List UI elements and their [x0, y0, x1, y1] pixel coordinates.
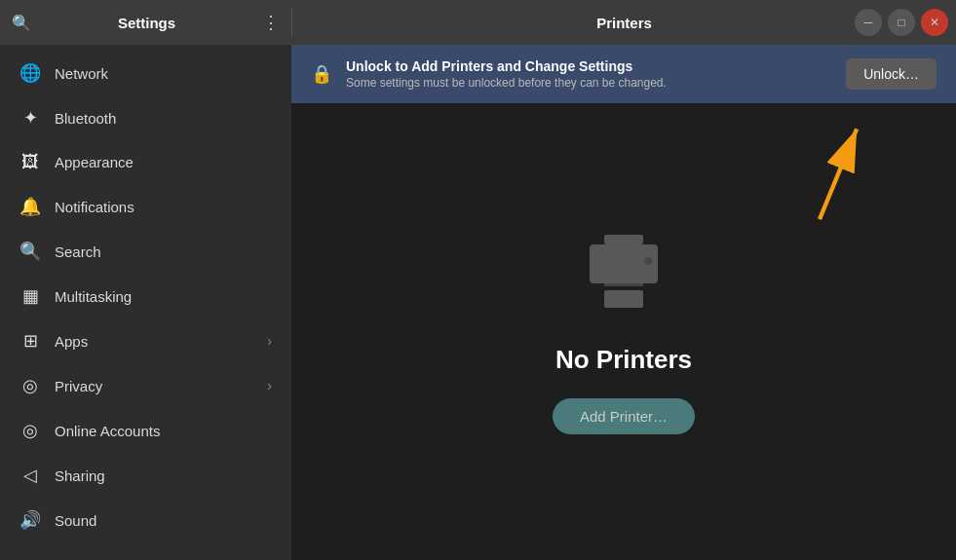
lock-icon: 🔒 [311, 63, 332, 85]
sidebar-label-privacy: Privacy [55, 378, 253, 394]
svg-rect-2 [604, 235, 643, 244]
unlock-banner: 🔒 Unlock to Add Printers and Change Sett… [291, 45, 956, 103]
sidebar-item-online-accounts[interactable]: ◎Online Accounts [0, 408, 291, 453]
apps-icon: ⊞ [19, 330, 41, 352]
sidebar-label-notifications: Notifications [55, 199, 272, 215]
sidebar-label-network: Network [55, 65, 272, 82]
sidebar-label-bluetooth: Bluetooth [55, 110, 272, 127]
sidebar-item-network[interactable]: 🌐Network [0, 51, 291, 95]
sidebar-item-appearance[interactable]: 🖼Appearance [0, 140, 291, 184]
multitasking-icon: ▦ [19, 285, 41, 307]
svg-line-1 [820, 129, 857, 219]
add-printer-button[interactable]: Add Printer… [553, 398, 695, 434]
sidebar-label-online-accounts: Online Accounts [55, 423, 272, 439]
bluetooth-icon: ✦ [19, 107, 41, 129]
sidebar-arrow-privacy: › [267, 378, 272, 393]
privacy-icon: ◎ [19, 375, 41, 396]
close-button[interactable]: ✕ [921, 9, 948, 36]
banner-title: Unlock to Add Printers and Change Settin… [346, 58, 832, 74]
sidebar-label-multitasking: Multitasking [55, 288, 272, 305]
sharing-icon: ◁ [19, 465, 41, 486]
sidebar-item-sound[interactable]: 🔊Sound [0, 498, 291, 542]
svg-point-6 [644, 257, 652, 265]
sidebar-label-apps: Apps [55, 333, 253, 350]
banner-subtitle: Some settings must be unlocked before th… [346, 76, 832, 90]
sidebar-item-apps[interactable]: ⊞Apps› [0, 318, 291, 363]
network-icon: 🌐 [19, 62, 41, 84]
sidebar-label-search: Search [55, 243, 272, 260]
titlebar: 🔍 Settings ⋮ Printers ─ □ ✕ [0, 0, 956, 45]
no-printers-title: No Printers [555, 345, 692, 375]
printers-window-title: Printers [596, 15, 652, 31]
sidebar: 🌐Network✦Bluetooth🖼Appearance🔔Notificati… [0, 45, 291, 560]
sidebar-item-sharing[interactable]: ◁Sharing [0, 453, 291, 498]
settings-window-title: Settings [41, 15, 252, 31]
maximize-button[interactable]: □ [888, 9, 915, 36]
notifications-icon: 🔔 [19, 196, 41, 217]
banner-text: Unlock to Add Printers and Change Settin… [346, 58, 832, 90]
titlebar-search-icon[interactable]: 🔍 [12, 14, 31, 32]
sidebar-item-search[interactable]: 🔍Search [0, 229, 291, 274]
titlebar-left: 🔍 Settings ⋮ [0, 12, 291, 33]
printer-icon [575, 230, 672, 321]
online-accounts-icon: ◎ [19, 420, 41, 441]
sidebar-item-bluetooth[interactable]: ✦Bluetooth [0, 95, 291, 140]
minimize-button[interactable]: ─ [855, 9, 882, 36]
sidebar-label-appearance: Appearance [55, 154, 272, 170]
arrow-annotation [761, 113, 878, 230]
svg-rect-4 [604, 283, 643, 286]
appearance-icon: 🖼 [19, 152, 41, 172]
sidebar-label-sharing: Sharing [55, 467, 272, 484]
sidebar-label-sound: Sound [55, 512, 272, 529]
titlebar-menu-icon[interactable]: ⋮ [262, 12, 280, 33]
sound-icon: 🔊 [19, 509, 41, 531]
sidebar-item-multitasking[interactable]: ▦Multitasking [0, 274, 291, 318]
search-icon: 🔍 [19, 241, 41, 262]
main-layout: 🌐Network✦Bluetooth🖼Appearance🔔Notificati… [0, 45, 956, 560]
sidebar-arrow-apps: › [267, 333, 272, 349]
unlock-button[interactable]: Unlock… [846, 58, 937, 90]
empty-state: No Printers Add Printer… [291, 103, 956, 560]
content-area: 🔒 Unlock to Add Printers and Change Sett… [291, 45, 956, 560]
svg-rect-5 [604, 290, 643, 308]
sidebar-item-privacy[interactable]: ◎Privacy› [0, 363, 291, 408]
sidebar-item-notifications[interactable]: 🔔Notifications [0, 184, 291, 229]
window-controls: ─ □ ✕ [855, 9, 948, 36]
titlebar-right: Printers ─ □ ✕ [292, 15, 956, 31]
